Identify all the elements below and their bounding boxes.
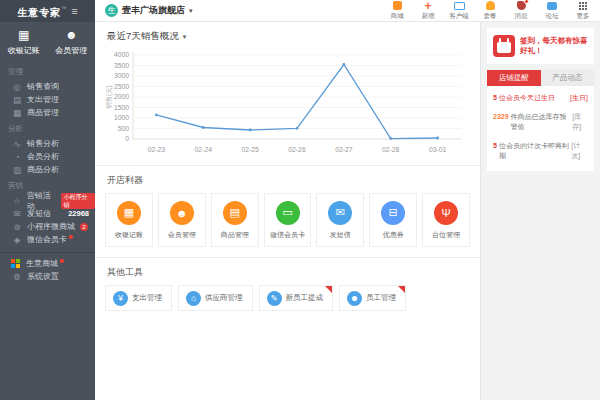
signin-text: 签到，每天都有惊喜好礼！ <box>520 36 588 56</box>
alert-list: 5 位会员今天过生日 [生日] 2329 件商品已达库存预警值 [库存] 5 位… <box>487 86 594 165</box>
action-plan-package[interactable]: 套餐 <box>479 1 501 21</box>
app-window: 生意专家™ ≡ ▦ 收银记账 ☻ 会员管理 管理 ◎ 销售查询 ▤ 支出管理 ▦… <box>0 0 600 400</box>
tool-goods-management[interactable]: ▤ 商品管理 <box>211 193 259 247</box>
sidebar-divider <box>0 252 95 253</box>
svg-text:3000: 3000 <box>114 72 129 79</box>
brand-logo: 生意专家™ <box>17 2 66 20</box>
svg-text:02-27: 02-27 <box>335 146 353 153</box>
sales-line-chart[interactable]: 0500100015002000250030003500400002-2302-… <box>103 47 469 161</box>
pencil-icon: ✎ <box>267 291 282 306</box>
signin-banner[interactable]: 签到，每天都有惊喜好礼！ <box>487 28 594 64</box>
other-tool-expense-management[interactable]: ¥ 支出管理 <box>105 285 172 311</box>
more-grid-icon <box>579 1 587 11</box>
mall-icon <box>393 1 402 11</box>
svg-text:02-23: 02-23 <box>148 146 166 153</box>
logo-bar: 生意专家™ ≡ <box>0 0 95 22</box>
tab-cash-register[interactable]: ▦ 收银记账 <box>0 29 48 56</box>
other-tools-grid: ¥ 支出管理 ⌂ 供应商管理 ✎ 新员工提成 ☻ 员工管理 <box>95 285 480 321</box>
svg-text:0: 0 <box>125 135 129 142</box>
calculator-icon: ▦ <box>117 201 141 225</box>
envelope-icon: ✉ <box>328 201 352 225</box>
desktop-icon <box>454 1 465 11</box>
chart-area: 0500100015002000250030003500400002-2302-… <box>95 45 480 165</box>
member-icon: ☻ <box>65 29 78 41</box>
miniapp-icon: ⊚ <box>12 222 22 232</box>
new-corner-ribbon <box>398 286 405 293</box>
svg-text:4000: 4000 <box>114 51 129 58</box>
sidebar-item-send-sms[interactable]: ✉ 发短信 22968 <box>0 207 95 220</box>
sidebar-item-marketing-campaign[interactable]: ☆ 营销活动 小程序分销 <box>0 194 95 207</box>
tool-send-sms[interactable]: ✉ 发短信 <box>316 193 364 247</box>
package-icon <box>486 1 495 11</box>
pie-chart-icon: ◔ <box>12 152 22 162</box>
alert-punch-card-expiry[interactable]: 5 位会员的计次卡即将到期 [计次] <box>493 136 588 165</box>
svg-text:02-24: 02-24 <box>195 146 213 153</box>
sidebar-item-goods-management[interactable]: ▦ 商品管理 <box>0 106 95 119</box>
section-title-analysis: 分析 <box>0 119 95 137</box>
section-title-management: 管理 <box>0 62 95 80</box>
svg-text:500: 500 <box>118 125 130 132</box>
sidebar-item-business-mall[interactable]: 生意商城 <box>0 257 95 270</box>
message-badge <box>524 0 529 4</box>
svg-text:3500: 3500 <box>114 62 129 69</box>
new-corner-ribbon <box>325 286 332 293</box>
sidebar-item-goods-analysis[interactable]: ▥ 商品分析 <box>0 163 95 176</box>
other-tools-section-title: 其他工具 <box>95 258 480 285</box>
sidebar-item-wechat-member-card[interactable]: ◈ 微信会员卡 <box>0 233 95 246</box>
svg-text:03-01: 03-01 <box>429 146 447 153</box>
tools-grid: ▦ 收银记账 ☻ 会员管理 ▤ 商品管理 ▭ 微信会员卡 ✉ 发短信 ⊟ 优惠券 <box>95 193 480 257</box>
sidebar-item-system-settings[interactable]: ⚙ 系统设置 <box>0 270 95 283</box>
reminder-tabs: 店铺提醒 产品动态 <box>487 70 594 86</box>
yuan-icon: ¥ <box>113 291 128 306</box>
goods-icon: ▦ <box>12 108 22 118</box>
svg-text:销售(元): 销售(元) <box>105 85 113 109</box>
sidebar-item-sales-analysis[interactable]: ∿ 销售分析 <box>0 137 95 150</box>
list-icon: ▤ <box>223 201 247 225</box>
utensils-icon: Ψ <box>434 201 458 225</box>
other-tool-staff-management[interactable]: ☻ 员工管理 <box>339 285 406 311</box>
forum-icon <box>547 1 557 11</box>
action-more[interactable]: 更多 <box>572 1 594 21</box>
message-icon <box>517 1 526 11</box>
action-forum[interactable]: 论坛 <box>541 1 563 21</box>
svg-text:02-28: 02-28 <box>382 146 400 153</box>
tool-wechat-member-card[interactable]: ▭ 微信会员卡 <box>264 193 312 247</box>
sidebar-mode-tabs: ▦ 收银记账 ☻ 会员管理 <box>0 22 95 62</box>
store-selector[interactable]: 生 壹丰广场旗舰店 ▾ <box>105 4 193 17</box>
alert-birthday[interactable]: 5 位会员今天过生日 [生日] <box>493 88 588 107</box>
tool-cash-register[interactable]: ▦ 收银记账 <box>105 193 153 247</box>
card-icon: ◈ <box>12 235 22 245</box>
action-messages[interactable]: 消息 <box>510 1 532 21</box>
tab-store-reminders[interactable]: 店铺提醒 <box>487 70 541 86</box>
sidebar-item-miniapp-mall[interactable]: ⊚ 小程序微商城 2 <box>0 220 95 233</box>
sidebar-item-expense-management[interactable]: ▤ 支出管理 <box>0 93 95 106</box>
chart-header[interactable]: 最近7天销售概况 ▾ <box>95 22 480 45</box>
chevron-down-icon: ▾ <box>183 33 187 41</box>
person-icon: ☻ <box>170 201 194 225</box>
line-chart-icon: ∿ <box>12 139 22 149</box>
sidebar-item-sales-query[interactable]: ◎ 销售查询 <box>0 80 95 93</box>
gear-icon: ⚙ <box>12 272 22 282</box>
tab-member-management[interactable]: ☻ 会员管理 <box>48 29 96 56</box>
action-client-app[interactable]: 客户端 <box>448 1 470 21</box>
tool-coupons[interactable]: ⊟ 优惠券 <box>369 193 417 247</box>
other-tool-new-staff-commission[interactable]: ✎ 新员工提成 <box>259 285 334 311</box>
cash-register-icon: ▦ <box>18 29 29 41</box>
star-icon: ☆ <box>12 196 22 206</box>
coupon-icon: ⊟ <box>381 201 405 225</box>
hamburger-menu-icon[interactable]: ≡ <box>71 5 77 17</box>
tool-table-management[interactable]: Ψ 台位管理 <box>422 193 470 247</box>
svg-text:2500: 2500 <box>114 83 129 90</box>
tab-product-news[interactable]: 产品动态 <box>541 70 595 86</box>
tool-member-management[interactable]: ☻ 会员管理 <box>158 193 206 247</box>
svg-text:2000: 2000 <box>114 93 129 100</box>
sms-count: 22968 <box>68 209 89 218</box>
action-mall[interactable]: 商城 <box>386 1 408 21</box>
other-tool-supplier-management[interactable]: ⌂ 供应商管理 <box>178 285 253 311</box>
action-add-new[interactable]: + 新增 <box>417 1 439 21</box>
alert-stock-warning[interactable]: 2329 件商品已达库存预警值 [库存] <box>493 107 588 136</box>
store-name: 壹丰广场旗舰店 <box>122 4 185 17</box>
right-panel: 签到，每天都有惊喜好礼！ 店铺提醒 产品动态 5 位会员今天过生日 [生日] 2… <box>480 22 600 400</box>
sidebar-item-member-analysis[interactable]: ◔ 会员分析 <box>0 150 95 163</box>
svg-text:1000: 1000 <box>114 114 129 121</box>
